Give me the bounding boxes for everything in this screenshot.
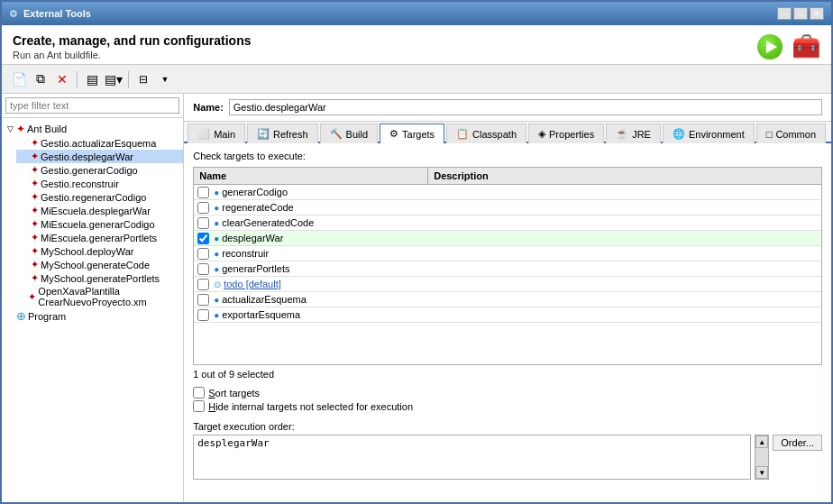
right-panel: Name: ⬜ Main 🔄 Refresh 🔨 Build ⚙ (184, 94, 831, 502)
tab-build[interactable]: 🔨 Build (320, 124, 378, 143)
scroll-up-button[interactable]: ▲ (755, 435, 768, 448)
properties-tab-icon: ◈ (538, 128, 545, 140)
table-row: ● generarCodigo (194, 185, 821, 200)
table-row: ● reconstruir (194, 246, 821, 261)
target-name: actualizarEsquema (222, 294, 307, 305)
target-run-icon: ● (214, 234, 219, 243)
ant-leaf-icon: ✦ (31, 191, 39, 203)
tree-item-gestio-actualizar[interactable]: ✦ Gestio.actualizarEsquema (16, 136, 183, 150)
duplicate-button[interactable]: ⧉ (31, 69, 50, 89)
external-tools-window: ⚙ External Tools ─ □ ✕ Create, manage, a… (0, 0, 833, 504)
tree-item-miescuela-desplegar[interactable]: ✦ MiEscuela.desplegarWar (16, 204, 183, 217)
hide-targets-checkbox-row: Hide internal targets not selected for e… (193, 400, 822, 412)
tree-item-gestio-generar[interactable]: ✦ Gestio.generarCodigo (16, 163, 183, 177)
run-button[interactable] (757, 34, 783, 60)
ant-leaf-icon: ✦ (31, 151, 39, 162)
tab-common[interactable]: □ Common (756, 124, 826, 143)
table-row: ● actualizarEsquema (194, 292, 821, 307)
tab-label: JRE (632, 129, 651, 140)
program-icon: ⊕ (16, 309, 26, 323)
target-checkbox-8[interactable] (197, 294, 209, 306)
tree-item-gestio-reconstruir[interactable]: ✦ Gestio.reconstruir (16, 177, 183, 190)
target-name: todo [default] (224, 279, 281, 289)
target-checkbox-3[interactable] (197, 217, 209, 229)
tab-refresh[interactable]: 🔄 Refresh (247, 124, 318, 143)
close-button[interactable]: ✕ (810, 7, 824, 20)
jre-tab-icon: ☕ (616, 128, 628, 140)
ant-leaf-icon: ✦ (31, 205, 39, 216)
tab-bar: ⬜ Main 🔄 Refresh 🔨 Build ⚙ Targets 📋 (184, 122, 831, 143)
toolbar-separator-1 (77, 71, 78, 87)
table-row: ● exportarEsquema (194, 307, 821, 323)
table-row: ● clearGeneratedCode (194, 215, 821, 231)
target-desc (419, 191, 821, 193)
expand-icon: ▽ (5, 124, 14, 133)
filter-button[interactable]: ⊟ (133, 69, 153, 89)
target-desc (419, 268, 821, 270)
main-tab-icon: ⬜ (197, 128, 210, 140)
exec-order-textarea[interactable]: desplegarWar (193, 435, 751, 480)
target-checkbox-9[interactable] (197, 309, 209, 321)
tree-item-myschool-portlets[interactable]: ✦ MySchool.generatePortlets (16, 271, 183, 285)
name-input[interactable] (229, 99, 822, 115)
tree-item-myschool-deploy[interactable]: ✦ MySchool.deployWar (16, 244, 183, 258)
tree-label: Ant Build (27, 124, 67, 134)
tab-properties[interactable]: ◈ Properties (528, 124, 604, 143)
tree-item-miescuela-portlets[interactable]: ✦ MiEscuela.generarPortlets (16, 231, 183, 244)
ant-leaf-icon: ✦ (31, 164, 39, 176)
filter-dropdown[interactable]: ▼ (155, 69, 175, 89)
target-checkbox-5[interactable] (197, 248, 209, 260)
tree-item-myschool-code[interactable]: ✦ MySchool.generateCode (16, 258, 183, 271)
target-checkbox-1[interactable] (197, 187, 209, 198)
delete-button[interactable]: ✕ (52, 69, 72, 89)
target-desc (419, 298, 821, 300)
tree-item-miescuela-generar[interactable]: ✦ MiEscuela.generarCodigo (16, 217, 183, 231)
tab-environment[interactable]: 🌐 Environment (663, 124, 755, 143)
search-input[interactable] (5, 97, 179, 114)
tab-label: Common (775, 129, 816, 140)
collapse-button[interactable]: ▤ (82, 69, 102, 89)
sort-targets-checkbox[interactable] (193, 387, 205, 399)
tree-item-gestio-desplegar[interactable]: ✦ Gestio.desplegarWar (16, 150, 183, 163)
title-bar: ⚙ External Tools ─ □ ✕ (2, 2, 831, 25)
title-bar-left: ⚙ External Tools (9, 8, 91, 20)
tab-label: Build (346, 129, 368, 140)
desc-column-header: Description (428, 168, 821, 184)
new-config-button[interactable]: 📄 (9, 69, 29, 89)
tree-item-gestio-regenerar[interactable]: ✦ Gestio.regenerarCodigo (16, 190, 183, 204)
target-run-icon: ● (214, 310, 219, 320)
tree-label: Gestio.reconstruir (41, 179, 119, 189)
hide-targets-checkbox[interactable] (193, 400, 205, 412)
expand-button[interactable]: ▤▾ (104, 69, 124, 89)
order-button[interactable]: Order... (773, 435, 822, 451)
target-run-icon: ● (214, 203, 219, 213)
tree-label: Gestio.regenerarCodigo (41, 192, 146, 203)
exec-order-section: Target execution order: desplegarWar ▲ ▼… (193, 421, 822, 480)
classpath-tab-icon: 📋 (456, 128, 469, 140)
tab-main[interactable]: ⬜ Main (188, 124, 245, 143)
target-checkbox-2[interactable] (197, 202, 209, 214)
target-checkbox-7[interactable] (197, 279, 209, 290)
minimize-button[interactable]: ─ (777, 7, 792, 20)
ant-leaf-icon: ✦ (31, 218, 39, 230)
tab-jre[interactable]: ☕ JRE (606, 124, 661, 143)
tab-targets[interactable]: ⚙ Targets (380, 124, 444, 143)
toolbar-separator-2 (128, 71, 129, 87)
targets-tab-icon: ⚙ (389, 128, 398, 140)
scroll-down-button[interactable]: ▼ (755, 466, 768, 479)
tree-label: OpenXavaPlantilla CrearNuevoProyecto.xm (38, 286, 179, 307)
target-checkbox-4[interactable] (197, 233, 209, 244)
ant-leaf-icon: ✦ (31, 178, 39, 189)
tree-item-program[interactable]: ⊕ Program (2, 308, 183, 324)
ant-leaf-icon: ✦ (31, 259, 39, 270)
exec-order-scrollbar: ▲ ▼ (755, 435, 769, 480)
target-checkbox-6[interactable] (197, 263, 209, 275)
name-row: Name: (184, 94, 831, 122)
tab-classpath[interactable]: 📋 Classpath (446, 124, 526, 143)
filter-box (2, 94, 183, 118)
maximize-button[interactable]: □ (793, 7, 808, 20)
environment-tab-icon: 🌐 (673, 128, 685, 140)
tree-item-openxava[interactable]: ✦ OpenXavaPlantilla CrearNuevoProyecto.x… (16, 285, 183, 308)
main-content: ▽ ✦ Ant Build ✦ Gestio.actualizarEsquema… (2, 94, 831, 502)
tree-item-ant-build[interactable]: ▽ ✦ Ant Build (2, 122, 183, 136)
